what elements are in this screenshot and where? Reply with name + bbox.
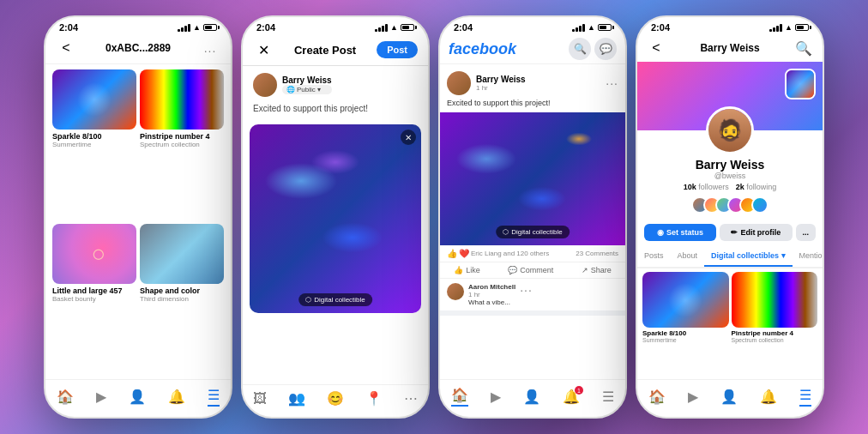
share-button[interactable]: ↗ Share [582,266,612,274]
post-text[interactable]: Excited to support this project! [243,100,428,121]
follower-avatars [648,196,812,214]
action-row: 👍 Like 💬 Comment ↗ Share [440,262,625,279]
nav-photo[interactable]: 🖼 [253,391,267,407]
nav-location[interactable]: 📍 [365,390,383,407]
back-button-profile[interactable]: < [646,38,666,58]
reactions-left: 👍 ❤️ Eric Liang and 120 others [447,249,549,258]
search-button-profile[interactable]: 🔍 [793,38,814,58]
more-button[interactable]: ... [200,38,220,58]
signal-icon-3 [572,24,585,32]
status-icons-4: ▲ [769,23,809,32]
tab-posts[interactable]: Posts [637,246,671,267]
list-item[interactable]: Pinstripe number 4 Spectrum collection [732,272,818,376]
nav-home-3[interactable]: 🏠 [451,387,468,407]
nav-more[interactable]: ⋯ [404,390,418,407]
post-button[interactable]: Post [377,41,418,58]
profile-cover: 🧔 [637,62,823,130]
nft-sublabel-1: Summertime [52,141,136,148]
nav-profile-4[interactable]: 👤 [720,389,738,405]
post-more-button[interactable]: ··· [606,76,618,90]
nav-menu-4[interactable]: ☰ [799,387,811,407]
nav-menu-3[interactable]: ☰ [602,389,614,405]
nav-profile-3[interactable]: 👤 [523,389,540,405]
avatar [447,71,471,95]
list-item[interactable]: Sparkle 8/100 Summertime [642,272,729,376]
signal-icon [178,24,190,32]
close-image-button[interactable]: ✕ [401,130,416,145]
comment-content: Aaron Mitchell 1 hr What a vibe... [468,283,515,306]
reaction-love: ❤️ [459,249,469,258]
nav-video-4[interactable]: ▶ [688,389,698,405]
back-button[interactable]: < [56,38,76,58]
battery-icon-2 [401,24,414,31]
list-item[interactable]: Pinstripe number 4 Spectrum collection [140,69,224,220]
nav-video-3[interactable]: ▶ [491,389,501,405]
status-icons-1: ▲ [178,23,217,32]
nav-home[interactable]: 🏠 [57,389,74,405]
nft-corner-thumb [785,69,816,99]
gallery-header: < 0xABC...2889 ... [45,34,231,64]
comment-more[interactable]: ··· [520,283,533,297]
post-text-feed: Excited to support this project! [440,99,625,112]
nav-home-4[interactable]: 🏠 [648,389,666,405]
gallery-title: 0xABC...2889 [105,42,171,54]
battery-icon-3 [598,24,612,31]
list-item[interactable]: Little and large 457 Basket bounty [52,224,136,375]
time-3: 2:04 [454,22,473,33]
status-bar-2: 2:04 ▲ [243,17,428,34]
nav-tag[interactable]: 👥 [288,390,305,407]
nft-label-2: Pinstripe number 4 [140,132,224,141]
nav-video[interactable]: ▶ [96,389,106,405]
tab-about[interactable]: About [671,246,705,267]
create-post-title: Create Post [294,44,356,57]
search-button[interactable]: 🔍 [569,38,591,60]
nav-menu[interactable]: ☰ [208,387,220,407]
profile-more-button[interactable]: ... [796,224,817,241]
profile-nfts-grid: Sparkle 8/100 Summertime Pinstripe numbe… [637,268,823,379]
nav-profile[interactable]: 👤 [129,389,146,405]
nav-bell-4[interactable]: 🔔 [760,389,777,405]
time-1: 2:04 [59,22,78,33]
commenter-avatar [447,283,464,300]
art-thumb-sparkle [52,69,136,130]
profile-nft-sub-1: Summertime [642,337,729,343]
tab-mentions[interactable]: Mentions [793,246,824,267]
bottom-nav-4: 🏠 ▶ 👤 🔔 ☰ [637,379,823,417]
post-user: Barry Weiss 1 hr [447,71,526,95]
bottom-nav-3: 🏠 ▶ 👤 🔔1 ☰ [440,379,625,417]
time-2: 2:04 [256,22,275,33]
nav-bell[interactable]: 🔔 [168,389,185,405]
bottom-nav-2: 🖼 👥 😊 📍 ⋯ [243,384,428,417]
post-user-info: Barry Weiss 1 hr [476,75,526,92]
wifi-icon-4: ▲ [785,23,793,32]
profile-nft-sub-2: Spectrum collection [732,337,818,343]
post-image-feed: ⬡ Digital collectible [440,112,625,245]
search-icon-profile: 🔍 [795,40,812,57]
list-item[interactable]: Shape and color Third dimension [140,224,224,375]
wifi-icon: ▲ [193,23,201,32]
like-button[interactable]: 👍 Like [454,266,480,274]
phone-profile: 2:04 ▲ < Barry Weiss 🔍 [636,15,824,419]
profile-stats: 10k followers 2k following [648,183,812,191]
messenger-button[interactable]: 💬 [594,38,617,60]
edit-icon: ✏ [731,228,738,237]
edit-profile-button[interactable]: ✏ Edit profile [720,224,792,241]
wifi-icon-2: ▲ [390,23,398,32]
comment-icon: 💬 [508,266,517,274]
nav-bell-3[interactable]: 🔔1 [563,389,580,405]
audience-badge[interactable]: 🌐 Public ▾ [282,85,332,94]
tab-digital-collectibles[interactable]: Digital collectibles ▾ [704,246,793,267]
close-button[interactable]: ✕ [253,39,274,60]
reactions-row: 👍 ❤️ Eric Liang and 120 others 23 Commen… [440,245,625,262]
list-item[interactable]: Sparkle 8/100 Summertime [52,69,136,220]
signal-icon-4 [769,24,782,32]
comment-button[interactable]: 💬 Comment [508,266,553,274]
nft-label-1: Sparkle 8/100 [52,132,136,141]
post-username: Barry Weiss [476,75,526,84]
nav-emoji[interactable]: 😊 [327,390,344,407]
status-bar-3: 2:04 ▲ [440,17,625,34]
user-info: Barry Weiss 🌐 Public ▾ [282,75,332,94]
bottom-nav-1: 🏠 ▶ 👤 🔔 ☰ [45,379,231,417]
set-status-button[interactable]: ◉ Set status [644,224,716,241]
status-icon: ◉ [657,228,664,237]
